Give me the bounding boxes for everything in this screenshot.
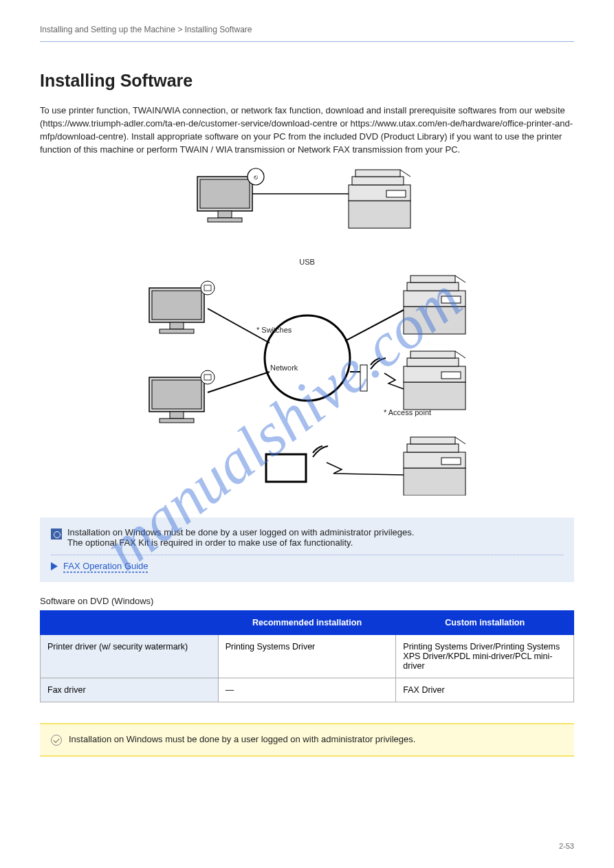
svg-rect-7: [349, 201, 410, 228]
svg-line-11: [400, 170, 410, 177]
svg-rect-3: [208, 218, 242, 222]
row2-rec: —: [218, 678, 396, 702]
svg-rect-40: [441, 372, 461, 379]
svg-rect-31: [410, 276, 455, 282]
svg-rect-44: [404, 468, 465, 496]
software-caption: Software on DVD (Windows): [40, 596, 574, 606]
svg-rect-46: [407, 444, 459, 452]
svg-rect-12: [386, 190, 406, 197]
table-row: Fax driver — FAX Driver: [41, 678, 574, 702]
svg-point-13: [265, 315, 350, 401]
network-diagram: [40, 269, 574, 496]
fax-guide-link[interactable]: FAX Operation Guide: [63, 561, 149, 571]
svg-rect-43: [266, 454, 306, 482]
svg-rect-35: [404, 382, 465, 410]
row1-label: Printer driver (w/ security watermark): [41, 635, 219, 678]
svg-rect-30: [407, 282, 459, 291]
th-custom: Custom installation: [396, 611, 574, 635]
arrow-icon: [51, 562, 58, 570]
svg-rect-38: [410, 351, 455, 358]
svg-rect-28: [404, 307, 465, 334]
breadcrumb: Installing and Setting up the Machine > …: [40, 25, 574, 34]
svg-rect-47: [410, 437, 455, 444]
svg-rect-16: [170, 322, 184, 329]
row1-rec: Printing Systems Driver: [218, 635, 396, 678]
svg-line-32: [455, 276, 465, 282]
intro-paragraph: To use printer function, TWAIN/WIA conne…: [40, 104, 574, 156]
svg-rect-33: [441, 296, 461, 303]
svg-rect-9: [352, 177, 404, 185]
svg-rect-1: [200, 179, 250, 208]
software-table: Recommended installation Custom installa…: [40, 610, 574, 702]
svg-point-25: [201, 370, 215, 384]
svg-rect-22: [152, 380, 201, 409]
svg-line-27: [208, 372, 270, 392]
header-divider: [40, 41, 574, 42]
info-text: Installation on Windows must be done by …: [69, 734, 415, 744]
note-line-1: Installation on Windows must be done by …: [67, 527, 414, 537]
th-recommended: Recommended installation: [218, 611, 396, 635]
svg-rect-17: [160, 329, 194, 333]
svg-rect-24: [160, 419, 194, 423]
th-blank: [41, 611, 219, 635]
row1-custom: Printing Systems Driver/Printing Systems…: [396, 635, 574, 678]
info-box: Installation on Windows must be done by …: [40, 723, 574, 757]
svg-line-48: [455, 437, 465, 444]
svg-rect-2: [218, 211, 232, 218]
svg-rect-49: [441, 458, 461, 465]
note-line-2: The optional FAX Kit is required in orde…: [67, 537, 414, 548]
cd-icon: [51, 528, 62, 539]
svg-line-39: [455, 351, 465, 358]
row2-label: Fax driver: [41, 678, 219, 702]
svg-line-20: [208, 309, 270, 343]
note-box: Installation on Windows must be done by …: [40, 518, 574, 582]
svg-text:⎋: ⎋: [254, 173, 258, 181]
svg-rect-23: [170, 412, 184, 419]
svg-line-34: [345, 310, 404, 341]
table-row: Printer driver (w/ security watermark) P…: [41, 635, 574, 678]
svg-rect-42: [360, 365, 367, 391]
page-title: Installing Software: [40, 71, 574, 91]
svg-rect-15: [152, 291, 201, 320]
svg-point-18: [201, 281, 215, 295]
usb-diagram: ⎋: [40, 163, 574, 245]
page-footer: 2-53: [40, 842, 574, 850]
check-icon: [51, 735, 62, 746]
row2-custom: FAX Driver: [396, 678, 574, 702]
usb-label: USB: [40, 258, 574, 266]
svg-rect-10: [355, 170, 400, 177]
footer-page-number: 2-53: [559, 842, 574, 850]
svg-rect-37: [407, 358, 459, 366]
